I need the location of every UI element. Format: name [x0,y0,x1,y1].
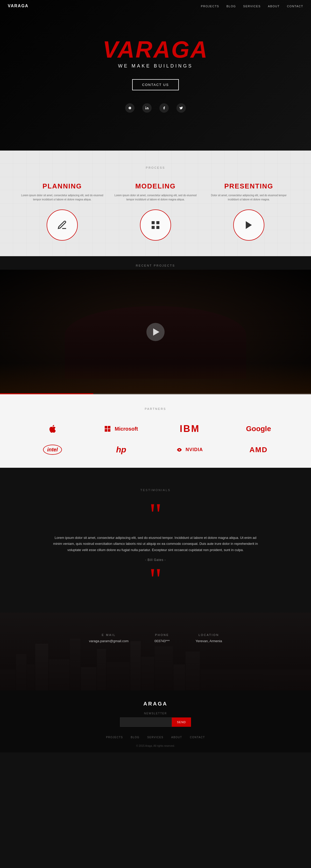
amd-text: AMD [250,446,268,454]
navigation: VARAGA PROJECTS BLOG SERVICES ABOUT CONT… [0,0,311,12]
microsoft-text: Microsoft [115,426,138,432]
hero-socials [103,103,208,113]
svg-rect-3 [151,226,155,229]
newsletter-send-button[interactable]: SEND [172,717,191,727]
nav-links: PROJECTS BLOG SERVICES ABOUT CONTACT [201,4,303,8]
phone-label: PHONE [154,633,170,637]
hp-text: hp [116,445,126,455]
svg-rect-1 [151,221,155,224]
email-label: E MAIL [89,633,129,637]
hero-title: VARAGA [103,38,208,61]
contact-info: E MAIL varaga.param@gmail.com PHONE 0037… [0,613,311,658]
newsletter-email-input[interactable] [120,717,172,727]
svg-rect-6 [105,426,107,429]
svg-rect-4 [156,226,160,229]
planning-icon [47,210,78,241]
hero-content: VARAGA WE MAKE BUILDINGS CONTACT US [103,38,208,113]
process-item-presenting: PRESENTING Dolor sit amet, consectetur a… [207,182,290,241]
contact-phone: PHONE 003743*** [154,633,170,643]
projects-label: RECENT PROJECTS [0,256,311,270]
linkedin-icon[interactable] [142,103,151,113]
nav-link-services[interactable]: SERVICES [243,5,261,8]
modeling-desc: Lorem ipsum dolor sit amet, consectetur … [114,193,197,202]
twitter-icon[interactable] [176,103,186,113]
footer-nav-contact[interactable]: CONTACT [190,736,205,739]
footer-logo: ARAGA [21,701,290,707]
svg-point-10 [179,449,180,451]
testimonials-section: TESTIMONIALS " Lorem ipsum dolor sit ame… [0,468,311,613]
phone-value: 003743*** [154,639,170,643]
footer-copyright: © 2015 Araga. All rights reserved. [21,744,290,747]
process-item-planning: PLANNING Lorem ipsum dolor sit amet, con… [21,182,104,241]
location-label: LOCATION [196,633,222,637]
partners-grid: Microsoft IBM Google intel hp NVIDIA AMD [21,423,290,455]
google-text: Google [246,425,271,433]
ibm-text: IBM [180,423,200,434]
footer-nav-about[interactable]: ABOUT [171,736,182,739]
partner-google[interactable]: Google [246,425,271,433]
nav-link-projects[interactable]: PROJECTS [201,5,219,8]
svg-rect-8 [105,429,107,432]
location-value: Yerevan, Armenia [196,639,222,643]
planning-desc: Lorem ipsum dolor sit amet, consectetur … [21,193,104,202]
newsletter-label: NEWSLETTER [21,712,290,715]
process-section: PROCESS PLANNING Lorem ipsum dolor sit a… [0,151,311,256]
presenting-desc: Dolor sit amet, consectetur adipiscing e… [207,193,290,202]
planning-title: PLANNING [21,182,104,190]
nav-logo[interactable]: VARAGA [8,4,29,8]
svg-rect-9 [108,429,110,432]
nav-link-contact[interactable]: CONTACT [287,5,303,8]
footer-nav-projects[interactable]: PROJECTS [106,736,123,739]
intel-text: intel [47,447,58,453]
newsletter-form: SEND [21,717,290,727]
process-label: PROCESS [21,166,290,169]
partner-ibm[interactable]: IBM [180,423,200,434]
process-grid: PLANNING Lorem ipsum dolor sit amet, con… [21,182,290,241]
nvidia-text: NVIDIA [185,447,203,453]
partner-microsoft[interactable]: Microsoft [104,426,138,432]
contact-location: LOCATION Yerevan, Armenia [196,633,222,643]
contact-section: E MAIL varaga.param@gmail.com PHONE 0037… [0,613,311,690]
presenting-icon [233,210,264,241]
nav-link-about[interactable]: ABOUT [268,5,280,8]
projects-section: RECENT PROJECTS [0,256,311,394]
partner-apple[interactable] [48,424,57,433]
process-item-modeling: MODELING Lorem ipsum dolor sit amet, con… [114,182,197,241]
footer-nav-services[interactable]: SERVICES [147,736,163,739]
presenting-title: PRESENTING [207,182,290,190]
svg-marker-5 [246,221,252,229]
partners-label: PARTNERS [21,407,290,410]
youtube-icon[interactable] [125,103,135,113]
email-value: varaga.param@gmail.com [89,639,129,643]
nav-link-blog[interactable]: BLOG [227,5,236,8]
play-button[interactable] [146,323,165,341]
footer: ARAGA NEWSLETTER SEND PROJECTS BLOG SERV… [0,690,311,752]
quote-open: " [31,502,280,527]
footer-nav-blog[interactable]: BLOG [131,736,140,739]
partner-intel[interactable]: intel [43,445,62,455]
footer-nav: PROJECTS BLOG SERVICES ABOUT CONTACT [21,735,290,739]
partner-amd[interactable]: AMD [250,446,268,454]
partner-hp[interactable]: hp [116,445,126,455]
quote-close: " [31,567,280,592]
contact-us-button[interactable]: CONTACT US [132,79,179,90]
partner-nvidia[interactable]: NVIDIA [177,447,203,453]
testimonial-quote: Lorem ipsum dolor sit amet, consectetur … [52,535,259,553]
svg-rect-7 [108,426,110,429]
testimonials-label: TESTIMONIALS [31,489,280,492]
facebook-icon[interactable] [160,103,169,113]
modeling-title: MODELING [114,182,197,190]
hero-section: VARAGA WE MAKE BUILDINGS CONTACT US [0,0,311,151]
testimonial-author: - Bill Gates - [31,558,280,562]
projects-video-area [0,270,311,394]
modeling-icon [140,210,171,241]
hero-subtitle: WE MAKE BUILDINGS [103,63,208,69]
partners-section: PARTNERS Microsoft IBM Google intel hp [0,394,311,468]
contact-email: E MAIL varaga.param@gmail.com [89,633,129,643]
svg-rect-2 [156,221,160,224]
svg-point-0 [145,106,146,107]
